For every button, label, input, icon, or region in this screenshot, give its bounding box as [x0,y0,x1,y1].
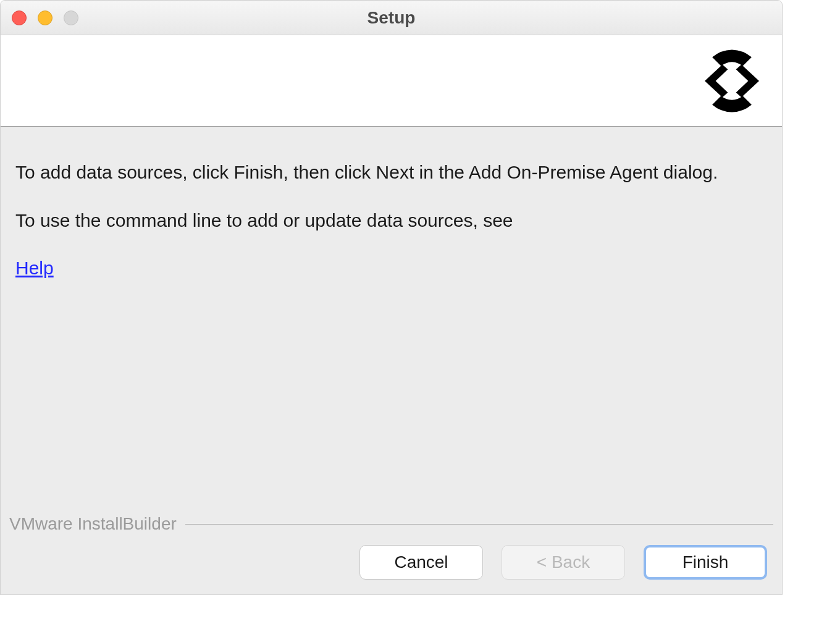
instruction-paragraph-1: To add data sources, click Finish, then … [15,160,767,185]
footer-brand-text: VMware InstallBuilder [9,514,177,534]
wizard-content: To add data sources, click Finish, then … [1,127,782,514]
app-logo-icon [698,47,766,115]
finish-button[interactable]: Finish [644,545,767,580]
help-link[interactable]: Help [15,258,54,278]
cancel-button[interactable]: Cancel [359,545,483,580]
minimize-window-icon[interactable] [38,11,52,25]
back-button: < Back [502,545,625,580]
header-band [1,35,782,127]
instruction-paragraph-2: To use the command line to add or update… [15,208,767,233]
footer-brand-row: VMware InstallBuilder [1,514,782,534]
close-window-icon[interactable] [12,11,27,25]
window-title: Setup [368,8,416,28]
zoom-window-icon [64,11,78,25]
wizard-buttons: Cancel < Back Finish [1,545,782,594]
setup-window: Setup To add data sources, click Finish,… [0,0,783,595]
traffic-lights [1,11,78,25]
footer-divider [185,524,773,525]
titlebar[interactable]: Setup [1,1,782,35]
